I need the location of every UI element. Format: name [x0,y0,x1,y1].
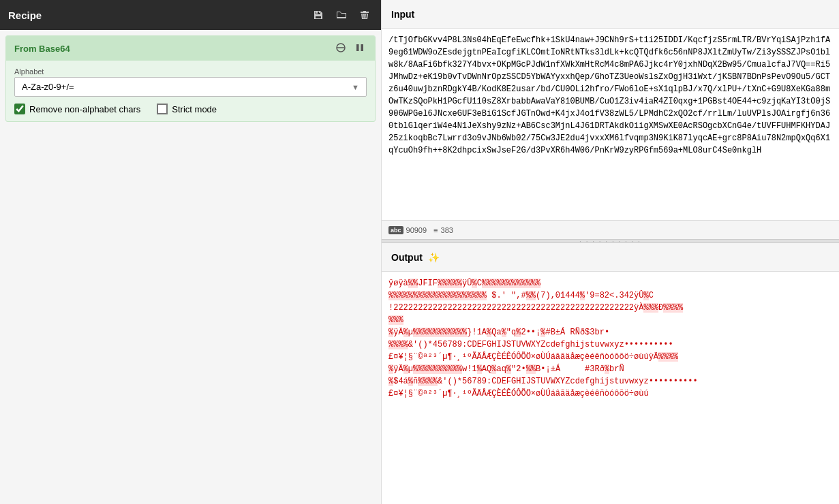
output-content[interactable]: ÿøÿà%%JFIF%%%%%ÿÛ%C%%%%%%%%%%%% %%%%%%%%… [382,272,839,504]
recipe-title: Recipe [8,10,42,21]
strict-mode-checkbox-label[interactable]: Strict mode [157,104,217,114]
folder-button[interactable] [333,8,350,22]
svg-rect-3 [361,44,364,51]
disable-button[interactable] [334,42,348,55]
line-icon: ≡ [433,226,438,234]
output-line-10: £¤¥¦§¨©ª²³´µ¶·¸¹ºÃÄÅÆÇÈÉÊÓÔÕÖ×øÙÚáâãäåæç… [388,388,832,400]
output-line-2: %%%%%%%%%%%%%%%%%%%% $.' ",#%%(7),01444%… [388,289,832,302]
operation-block: From Base64 Alphabet A- [5,35,376,122]
remove-nonalpha-checkbox-label[interactable]: Remove non-alphabet chars [14,104,140,114]
input-text: /tTjOfbGKvv4P8L3Ns04hEqEfeEwcfhk+1SkU4na… [388,35,830,155]
output-line-8: %ÿÄ%µ%%%%%%%%%%w!1%AQ%aq%"2•%%B•¡±Á #3Rð… [388,363,832,375]
input-section: Input /tTjOfbGKvv4P8L3Ns04hEqEfeEwcfhk+1… [382,0,839,239]
alphabet-label: Alphabet [14,67,367,76]
operation-header-actions [334,42,367,55]
output-line-7: £¤¥¦§¨©ª²³´µ¶·¸¹ºÃÄÅÆÇÈÉÊÓÔÕÖ×øÙÚáâãäåæç… [388,351,832,363]
operation-title: From Base64 [14,44,70,54]
output-label: Output [391,252,423,263]
strict-mode-label: Strict mode [172,104,217,114]
operation-body: Alphabet A-Za-z0-9+/= ▼ Remove non-alpha… [6,61,375,121]
right-panel: Input /tTjOfbGKvv4P8L3Ns04hEqEfeEwcfhk+1… [382,0,839,504]
output-header: Output ✨ [382,243,839,272]
delete-button[interactable] [356,8,373,22]
input-stats: abc 90909 ≡ 383 [382,220,839,239]
abc-label: abc [388,226,403,234]
output-line-9: %$4á%ñ%%%%&'()*56789:CDEFGHIJSTUVWXYZcde… [388,375,832,388]
magic-wand-icon[interactable]: ✨ [428,252,440,263]
output-line-5: %ÿÄ%µ%%%%%%%%%%%}!1A%Qa%"q%2••¡%#B±Á RÑð… [388,326,832,338]
input-label: Input [391,9,414,20]
input-content[interactable]: /tTjOfbGKvv4P8L3Ns04hEqEfeEwcfhk+1SkU4na… [382,29,839,220]
pause-button[interactable] [353,42,367,55]
remove-nonalpha-label: Remove non-alphabet chars [29,104,140,114]
line-count: 383 [441,226,453,234]
operation-header: From Base64 [6,36,375,61]
char-count: 90909 [406,226,427,234]
remove-nonalpha-checkbox[interactable] [14,104,25,114]
strict-mode-checkbox-box [157,104,168,114]
dropdown-arrow-icon: ▼ [352,83,359,91]
char-count-badge: abc 90909 [388,226,427,234]
checkboxes-row: Remove non-alphabet chars Strict mode [14,104,367,114]
recipe-header: Recipe [0,0,381,30]
output-header-content: Output ✨ [391,252,440,263]
svg-rect-2 [356,44,359,51]
output-line-4: %%% [388,314,832,326]
input-header: Input [382,0,839,29]
save-button[interactable] [310,8,326,22]
output-line-1: ÿøÿà%%JFIF%%%%%ÿÛ%C%%%%%%%%%%%% [388,277,832,289]
alphabet-value: A-Za-z0-9+/= [22,82,74,92]
output-line-3: !222222222222222222222222222222222222222… [388,302,832,314]
recipe-actions [310,8,373,22]
left-panel: Recipe From Base64 [0,0,382,504]
alphabet-dropdown[interactable]: A-Za-z0-9+/= ▼ [14,77,367,97]
line-count-badge: ≡ 383 [433,226,453,234]
output-section: Output ✨ ÿøÿà%%JFIF%%%%%ÿÛ%C%%%%%%%%%%%%… [382,243,839,504]
output-line-6: %%%%&'()*456789:CDEFGHIJSTUVWXYZcdefghij… [388,338,832,351]
